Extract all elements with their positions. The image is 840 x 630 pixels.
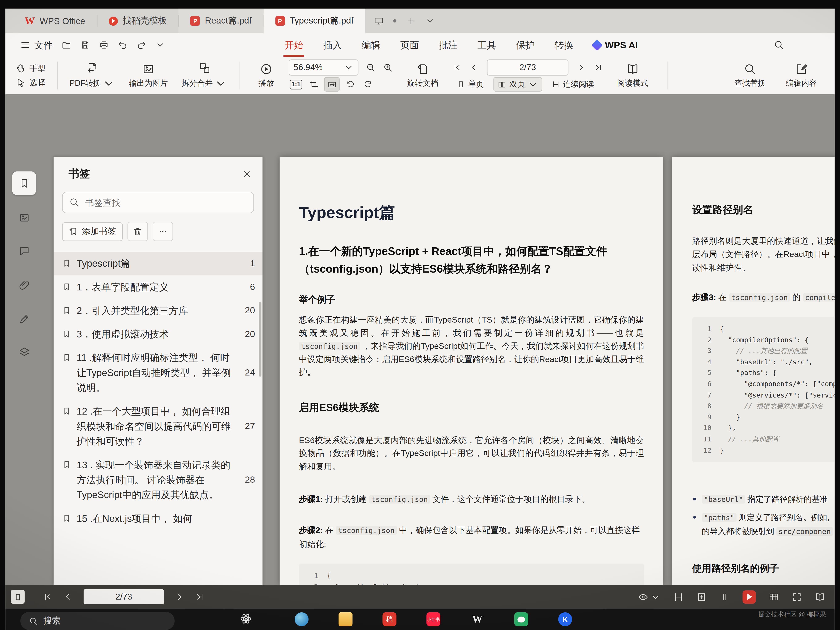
annotation-panel-button[interactable]: [13, 307, 36, 330]
bookmark-item[interactable]: 2．引入并类型化第三方库 20: [54, 299, 262, 322]
zoom-level-combobox[interactable]: 56.94%: [289, 59, 358, 76]
page-indicator-field[interactable]: 2/73: [487, 59, 568, 76]
read-mode-icon[interactable]: [815, 592, 825, 602]
fullscreen-icon[interactable]: [792, 592, 802, 602]
undo-icon[interactable]: [118, 40, 128, 50]
rotate-right-button[interactable]: [361, 78, 375, 91]
redo-icon[interactable]: [137, 40, 146, 50]
tab-label: Typescript篇.pdf: [290, 15, 354, 27]
bookmark-item[interactable]: 1．表单字段配置定义 6: [54, 275, 262, 299]
add-bookmark-button[interactable]: 添加书签: [62, 222, 123, 241]
eye-icon: [638, 592, 648, 602]
wps-app-icon[interactable]: W: [471, 613, 484, 626]
status-dot: [393, 19, 396, 22]
keep-app-icon[interactable]: K: [558, 613, 572, 626]
tab-typescript-pdf[interactable]: P Typescript篇.pdf: [263, 9, 365, 33]
bookmark-item[interactable]: 12 .在一个大型项目中， 如何合理组织模块和命名空间以提高代码的可维护性和可读…: [54, 399, 262, 453]
menu-item-protect[interactable]: 保护: [516, 39, 535, 51]
export-as-image-button[interactable]: 输出为图片: [123, 59, 174, 92]
file-menu-button[interactable]: 文件: [21, 39, 52, 51]
more-options-button[interactable]: [153, 222, 173, 241]
monitor-icon[interactable]: [374, 16, 384, 26]
zoom-out-icon[interactable]: [366, 63, 376, 72]
thumbnails-panel-button[interactable]: [13, 206, 36, 229]
menu-item-tools[interactable]: 工具: [477, 39, 496, 51]
first-page-icon[interactable]: [453, 63, 461, 72]
single-page-mode-button[interactable]: 单页: [453, 77, 488, 92]
menu-item-insert[interactable]: 插入: [323, 39, 342, 51]
status-page-indicator[interactable]: 2/73: [84, 589, 164, 604]
bookmark-item[interactable]: 13 . 实现一个装饰器来自动记录类的方法执行时间。 讨论装饰器在TypeScr…: [54, 453, 262, 507]
divider: [57, 62, 58, 90]
pdf-convert-button[interactable]: PDF转换: [66, 59, 118, 92]
tab-docer-templates[interactable]: 找稻壳模板: [97, 9, 179, 33]
save-icon[interactable]: [81, 40, 90, 50]
select-tool-button[interactable]: 选择: [13, 76, 49, 89]
wechat-app-icon[interactable]: [514, 613, 528, 626]
atom-app-icon[interactable]: [240, 613, 252, 625]
new-tab-icon[interactable]: [406, 16, 415, 26]
edit-content-button[interactable]: 编辑内容: [776, 59, 827, 92]
panel-scrollbar[interactable]: [259, 302, 261, 377]
fit-page-button[interactable]: [324, 77, 339, 92]
continuous-reading-icon[interactable]: [673, 592, 684, 602]
rotate-document-button[interactable]: 旋转文档: [397, 59, 448, 92]
continuous-reading-button[interactable]: 连续阅读: [548, 77, 598, 92]
menu-item-edit[interactable]: 编辑: [362, 39, 380, 51]
layers-panel-button[interactable]: [13, 340, 36, 364]
page-fit-icon[interactable]: [696, 592, 706, 602]
autoplay-button[interactable]: [742, 590, 756, 603]
last-page-icon[interactable]: [195, 592, 205, 602]
edge-browser-icon[interactable]: [295, 613, 308, 626]
bookmark-item[interactable]: 3．使用虚拟滚动技术 20: [54, 322, 262, 346]
close-icon[interactable]: [242, 169, 252, 179]
open-folder-icon[interactable]: [62, 40, 71, 50]
tab-list-chevron-icon[interactable]: [425, 16, 435, 26]
bookmark-search-input[interactable]: [62, 192, 254, 213]
taskbar-search-box[interactable]: 搜索: [21, 612, 175, 630]
xiaohongshu-app-icon[interactable]: 小红书: [426, 613, 441, 626]
menu-item-annotate[interactable]: 批注: [439, 39, 458, 51]
quickbar-chevron-icon[interactable]: [155, 40, 165, 50]
print-icon[interactable]: [99, 40, 109, 50]
double-page-mode-button[interactable]: 双页: [493, 77, 542, 92]
magnifier-icon: [744, 63, 756, 76]
pause-icon[interactable]: [720, 592, 729, 602]
comments-panel-button[interactable]: [13, 239, 36, 262]
zoom-in-icon[interactable]: [383, 63, 393, 72]
thumbnail-grid-icon[interactable]: [769, 592, 779, 602]
hamburger-icon: [21, 40, 30, 50]
bookmark-item[interactable]: 11 .解释何时应明确标注类型， 何时让TypeScript自动推断类型， 并举…: [54, 346, 262, 399]
wps-ai-button[interactable]: WPS AI: [593, 39, 638, 51]
previous-page-icon[interactable]: [470, 63, 478, 72]
menu-item-convert[interactable]: 转换: [554, 39, 573, 51]
split-merge-button[interactable]: 拆分合并: [178, 59, 230, 92]
last-page-icon[interactable]: [594, 63, 603, 72]
bookmark-item[interactable]: 15 .在Next.js项目中， 如何: [54, 507, 262, 530]
bookmarks-panel-button[interactable]: [13, 171, 36, 195]
rotate-left-button[interactable]: [343, 78, 357, 91]
view-options-button[interactable]: [638, 592, 660, 602]
first-page-icon[interactable]: [43, 592, 52, 602]
file-explorer-icon[interactable]: [338, 613, 352, 626]
sidebar-toggle-button[interactable]: [11, 590, 25, 604]
hand-tool-button[interactable]: 手型: [13, 62, 49, 75]
tab-wps-office[interactable]: W WPS Office: [13, 9, 97, 33]
play-slideshow-button[interactable]: 播放: [248, 59, 284, 92]
previous-page-icon[interactable]: [63, 592, 73, 602]
docer-app-icon[interactable]: 稿: [382, 613, 396, 626]
next-page-icon[interactable]: [577, 63, 586, 72]
double-page-icon: [498, 80, 506, 88]
next-page-icon[interactable]: [175, 592, 185, 602]
bookmark-item[interactable]: Typescript篇 1: [54, 252, 262, 275]
delete-bookmark-button[interactable]: [128, 222, 148, 241]
attachments-panel-button[interactable]: [13, 273, 36, 297]
find-replace-button[interactable]: 查找替换: [724, 59, 776, 92]
menu-item-home[interactable]: 开始: [284, 39, 303, 51]
tab-react-pdf[interactable]: P React篇.pdf: [179, 9, 263, 33]
actual-size-button[interactable]: 1:1: [289, 78, 303, 91]
search-icon[interactable]: [774, 40, 784, 51]
read-mode-button[interactable]: 阅读模式: [607, 59, 658, 92]
menu-item-page[interactable]: 页面: [400, 39, 419, 51]
fit-width-button[interactable]: [306, 78, 321, 91]
